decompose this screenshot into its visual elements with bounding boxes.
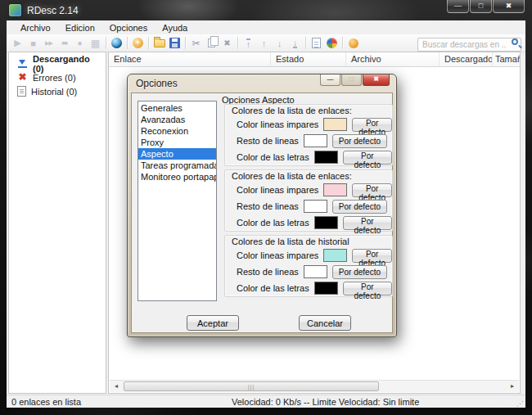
por-defecto-button[interactable]: Por defecto — [352, 118, 392, 132]
menu-edicion[interactable]: Edicion — [58, 21, 102, 34]
color-row: Resto de lineas Por defecto — [225, 198, 392, 214]
color-swatch[interactable] — [304, 265, 327, 278]
group-title: Colores de la lista de enlaces: — [232, 106, 392, 116]
search-icon[interactable] — [512, 38, 518, 45]
color-row: Color lineas impares Por defecto — [225, 116, 392, 133]
dialog-client: Generales Avanzadas Reconexion Proxy Asp… — [131, 92, 393, 333]
move-down-icon[interactable]: ↓ — [272, 36, 287, 51]
color-swatch[interactable] — [304, 134, 327, 147]
schedule-icon[interactable]: ▦ — [88, 36, 103, 51]
dialog-close-button[interactable]: ✖ — [363, 74, 390, 86]
column-archivo[interactable]: Archivo — [346, 52, 440, 66]
color-swatch[interactable] — [323, 118, 347, 131]
error-icon: ✖ — [17, 72, 28, 83]
play-icon[interactable]: ▶ — [10, 36, 25, 51]
category-proxy[interactable]: Proxy — [138, 137, 216, 148]
dialog-maximize-button: □ — [341, 74, 362, 86]
menu-archivo[interactable]: Archivo — [13, 21, 58, 34]
por-defecto-button[interactable]: Por defecto — [343, 282, 392, 295]
sidebar-item-historial[interactable]: Historial (0) — [9, 84, 106, 98]
sidebar-item-descargando[interactable]: Descargando (0) — [9, 56, 106, 70]
scroll-left-icon[interactable]: ◂ — [110, 381, 123, 392]
color-swatch[interactable] — [314, 151, 338, 164]
color-row: Color lineas impares Por defecto — [225, 247, 392, 264]
scroll-right-icon[interactable]: ▸ — [506, 381, 519, 392]
menu-opciones[interactable]: Opciones — [102, 21, 155, 34]
column-descargado[interactable]: Descargado — [440, 52, 493, 66]
aceptar-button[interactable]: Aceptar — [187, 315, 239, 331]
move-up-icon[interactable]: ↑ — [256, 36, 272, 51]
scrollbar-thumb[interactable]: ||| — [124, 381, 379, 391]
stop-all-icon[interactable]: ■■ — [56, 36, 72, 51]
toolbar-separator — [185, 37, 186, 49]
cancelar-button[interactable]: Cancelar — [299, 315, 351, 331]
window-title: RDesc 2.14 — [27, 5, 79, 16]
open-folder-icon[interactable] — [151, 36, 167, 51]
category-tareas-programadas[interactable]: Tareas programadas — [138, 160, 216, 171]
por-defecto-button[interactable]: Por defecto — [343, 216, 392, 230]
row-label: Color de las letras — [237, 152, 309, 162]
category-aspecto[interactable]: Aspecto — [138, 148, 216, 160]
por-defecto-button[interactable]: Por defecto — [332, 134, 387, 148]
color-swatch[interactable] — [323, 249, 347, 262]
dialog-minimize-button[interactable]: — — [320, 74, 340, 86]
stats-icon[interactable] — [324, 36, 340, 51]
color-swatch[interactable] — [314, 216, 338, 229]
color-row: Resto de lineas Por defecto — [225, 264, 392, 280]
row-label: Resto de lineas — [237, 267, 299, 277]
delete-icon[interactable]: ✖ — [219, 36, 235, 51]
record-icon[interactable]: ● — [72, 36, 88, 51]
column-estado[interactable]: Estado — [271, 52, 346, 66]
donate-icon[interactable] — [345, 36, 361, 51]
play-all-icon[interactable]: ▶▶ — [41, 36, 56, 51]
sidebar-item-label: Errores (0) — [33, 73, 76, 83]
color-swatch[interactable] — [304, 200, 327, 213]
resize-grip[interactable]: ⋰ — [516, 399, 524, 408]
maximize-button[interactable]: □ — [470, 0, 492, 13]
column-tamano[interactable]: Tamaño — [493, 52, 520, 66]
search-box — [417, 36, 521, 50]
cut-icon[interactable]: ✂ — [188, 36, 204, 51]
report-icon[interactable] — [309, 36, 324, 51]
status-links-count: 0 enlaces en lista — [11, 396, 81, 408]
por-defecto-button[interactable]: Por defecto — [352, 183, 392, 197]
copy-icon[interactable] — [204, 36, 219, 51]
row-label: Color de las letras — [237, 283, 309, 293]
group-lista-enlaces-1: Colores de la lista de enlaces: Color li… — [224, 104, 393, 166]
move-top-icon[interactable]: ↑ — [246, 38, 251, 48]
opciones-dialog: Opciones — □ ✖ Generales Avanzadas Recon… — [127, 74, 397, 337]
download-icon — [17, 58, 28, 69]
sidebar-item-label: Descargando (0) — [33, 54, 102, 74]
color-swatch[interactable] — [323, 183, 347, 196]
color-swatch[interactable] — [314, 282, 338, 295]
menu-ayuda[interactable]: Ayuda — [155, 21, 195, 34]
minimize-button[interactable]: — — [447, 0, 469, 13]
category-generales[interactable]: Generales — [138, 102, 216, 114]
category-reconexion[interactable]: Reconexion — [138, 125, 216, 137]
options-category-list: Generales Avanzadas Reconexion Proxy Asp… — [138, 101, 217, 301]
move-bottom-icon[interactable]: ↓ — [293, 38, 298, 48]
por-defecto-button[interactable]: Por defecto — [352, 249, 392, 263]
por-defecto-button[interactable]: Por defecto — [332, 265, 387, 279]
por-defecto-button[interactable]: Por defecto — [343, 151, 392, 165]
por-defecto-button[interactable]: Por defecto — [332, 200, 387, 214]
horizontal-scrollbar: ◂ ||| ▸ — [110, 380, 519, 392]
history-icon — [17, 86, 26, 97]
stop-icon[interactable]: ■ — [25, 36, 41, 51]
category-monitoreo-portapapeles[interactable]: Monitoreo portapapeles — [138, 171, 216, 183]
globe-icon[interactable] — [109, 36, 124, 51]
group-lista-historial: Colores de la lista de historial Color l… — [224, 235, 393, 297]
close-button[interactable]: ✖ — [493, 0, 525, 13]
title-bar: RDesc 2.14 — □ ✖ — [0, 0, 532, 20]
group-title: Colores de la lista de historial — [232, 237, 392, 247]
row-label: Color lineas impares — [237, 120, 318, 129]
toolbar-separator — [342, 37, 343, 49]
menu-bar: Archivo Edicion Opciones Ayuda — [7, 20, 525, 34]
search-input[interactable] — [417, 38, 521, 52]
category-avanzadas[interactable]: Avanzadas — [138, 114, 216, 125]
add-link-icon[interactable]: + — [130, 36, 146, 51]
list-header: Enlace Estado Archivo Descargado Tamaño — [109, 52, 520, 67]
column-enlace[interactable]: Enlace — [109, 52, 271, 66]
save-icon[interactable] — [167, 36, 183, 51]
status-bar: 0 enlaces en lista Velocidad: 0 Kb/s -- … — [7, 395, 525, 408]
